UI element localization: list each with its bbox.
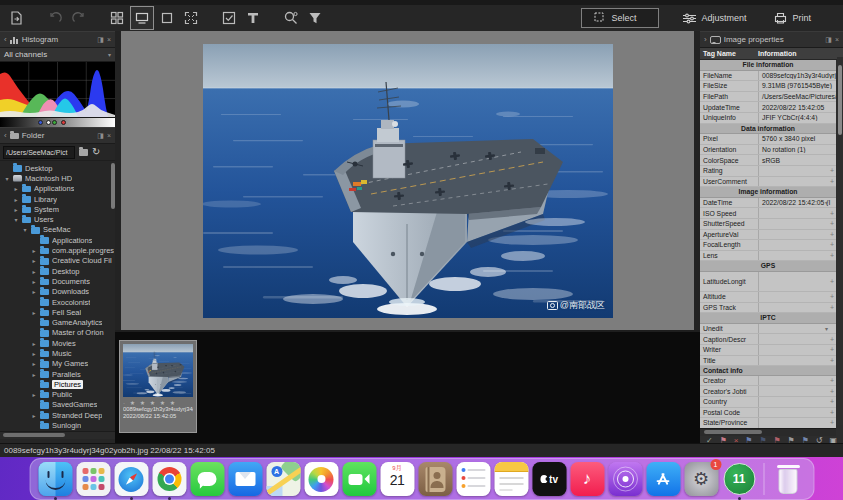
property-row-updatetime[interactable]: UpdateTime2022/08/22 15:42:05 <box>700 102 836 113</box>
channel-selector[interactable]: All channels ▾ <box>0 48 115 62</box>
tree-item-com-apple-progres[interactable]: ▸com.apple.progres <box>0 245 115 255</box>
filmstrip-view-icon[interactable] <box>130 6 154 30</box>
tree-item-desktop[interactable]: Desktop <box>0 163 115 173</box>
dock-chrome-icon[interactable] <box>152 462 186 496</box>
dock-photos-icon[interactable] <box>304 462 338 496</box>
tree-item-downloads[interactable]: ▸Downloads <box>0 287 115 297</box>
dock-calendar-icon[interactable]: 9月21 <box>380 462 414 496</box>
add-value-icon[interactable]: + <box>830 388 834 395</box>
tree-item-exocolonist[interactable]: Exocolonist <box>0 297 115 307</box>
crop-icon[interactable] <box>156 7 178 29</box>
disclosure-icon[interactable]: ▸ <box>31 268 37 275</box>
blue-level-marker[interactable] <box>38 120 43 125</box>
close-panel-icon[interactable]: × <box>835 36 839 43</box>
dock-panel-icon[interactable]: ◨ <box>825 36 832 43</box>
tree-item-creative-cloud-fil[interactable]: ▸Creative Cloud Fil <box>0 256 115 266</box>
property-row-orientation[interactable]: OrientationNo rotation (1) <box>700 145 836 156</box>
dock-reminders-icon[interactable] <box>456 462 490 496</box>
add-value-icon[interactable]: + <box>830 278 834 285</box>
select-button[interactable]: Select <box>581 8 659 28</box>
refresh-icon[interactable]: ↻ <box>92 147 100 157</box>
tree-item-system[interactable]: ▸System <box>0 204 115 214</box>
dock-contacts-icon[interactable] <box>418 462 452 496</box>
disclosure-icon[interactable]: ▸ <box>31 278 37 285</box>
add-value-icon[interactable]: + <box>830 178 834 185</box>
levels-gradient-bar[interactable] <box>0 117 115 127</box>
tree-item-sunlogin[interactable]: Sunlogin <box>0 420 115 430</box>
property-row-lens[interactable]: Lens+ <box>700 251 836 262</box>
tree-item-documents[interactable]: ▸Documents <box>0 276 115 286</box>
disclosure-icon[interactable]: ▸ <box>31 247 37 254</box>
property-row-creator-s-jobti[interactable]: Creator's Jobti+ <box>700 386 836 397</box>
tree-item-my-games[interactable]: ▸My Games <box>0 359 115 369</box>
disclosure-icon[interactable]: ▸ <box>31 309 37 316</box>
dock-panel-icon[interactable]: ◨ <box>97 132 104 139</box>
zoom-settings-icon[interactable] <box>280 7 302 29</box>
disclosure-icon[interactable]: ▾ <box>22 226 28 233</box>
add-value-icon[interactable]: + <box>830 419 834 426</box>
dock-facetime-icon[interactable] <box>342 462 376 496</box>
dropdown-icon[interactable]: ▾ <box>825 199 828 206</box>
property-row-country[interactable]: Country+ <box>700 397 836 408</box>
tree-item-library[interactable]: ▸Library <box>0 194 115 204</box>
property-row-latitudelongit[interactable]: LatitudeLongit+ <box>700 272 836 292</box>
property-row-creator[interactable]: Creator+ <box>700 376 836 387</box>
dock-trash-icon[interactable] <box>771 462 805 496</box>
add-value-icon[interactable]: + <box>830 220 834 227</box>
export-icon[interactable] <box>6 7 28 29</box>
property-row-colorspace[interactable]: ColorSpacesRGB <box>700 155 836 166</box>
properties-horizontal-scrollbar[interactable] <box>700 428 836 436</box>
dock-apple-tv-icon[interactable]: tv <box>532 462 566 496</box>
tree-item-public[interactable]: ▸Public <box>0 390 115 400</box>
property-row-altitude[interactable]: Altitude+ <box>700 292 836 303</box>
dock-music-icon[interactable]: ♪ <box>570 462 604 496</box>
dock-mail-icon[interactable] <box>228 462 262 496</box>
property-row-filename[interactable]: FileName0089sefcgy1h3y3r4udyrj3 <box>700 71 836 82</box>
collapse-left-icon[interactable]: ‹ <box>4 131 7 140</box>
tree-item-master-of-orion[interactable]: Master of Orion <box>0 328 115 338</box>
property-row-rating[interactable]: Rating+ <box>700 166 836 177</box>
disclosure-icon[interactable]: ▸ <box>31 288 37 295</box>
dock-notes-icon[interactable] <box>494 462 528 496</box>
add-value-icon[interactable]: + <box>830 293 834 300</box>
dock-finder-icon[interactable] <box>38 462 72 496</box>
properties-scrollbar[interactable] <box>837 57 843 425</box>
tree-item-music[interactable]: ▸Music <box>0 348 115 358</box>
tree-item-applications[interactable]: Applications <box>0 235 115 245</box>
disclosure-icon[interactable]: ▾ <box>4 175 10 182</box>
add-value-icon[interactable]: + <box>830 377 834 384</box>
folder-path-input[interactable] <box>3 146 75 159</box>
property-row-filesize[interactable]: FileSize9.31MB (9761545Byte) <box>700 81 836 92</box>
tree-item-stranded-deep[interactable]: ▸Stranded Deep <box>0 410 115 420</box>
property-row-filepath[interactable]: FilePath/Users/SeeMac/Pictures/ <box>700 92 836 103</box>
close-panel-icon[interactable]: × <box>107 132 111 139</box>
dock-panel-icon[interactable]: ◨ <box>97 36 104 43</box>
collapse-left-icon[interactable]: ‹ <box>4 35 7 44</box>
tree-item-savedgames[interactable]: SavedGames <box>0 400 115 410</box>
text-tool-icon[interactable] <box>242 7 264 29</box>
dock-maps-icon[interactable]: A <box>266 462 300 496</box>
tree-item-users[interactable]: ▾Users <box>0 214 115 224</box>
tree-item-gameanalytics[interactable]: GameAnalytics <box>0 317 115 327</box>
tree-item-fell-seal[interactable]: ▸Fell Seal <box>0 307 115 317</box>
tree-item-applications[interactable]: ▸Applications <box>0 184 115 194</box>
property-row-uniqueinfo[interactable]: UniqueInfoJFIF YCbCr(4:4:4) <box>700 113 836 124</box>
disclosure-icon[interactable]: ▸ <box>31 340 37 347</box>
white-level-marker[interactable] <box>46 120 51 125</box>
green-level-marker[interactable] <box>52 120 57 125</box>
undo-icon[interactable] <box>44 7 66 29</box>
disclosure-icon[interactable]: ▸ <box>31 360 37 367</box>
disclosure-icon[interactable]: ▸ <box>31 391 37 398</box>
tree-item-parallels[interactable]: ▸Parallels <box>0 369 115 379</box>
dock-podcasts-icon[interactable] <box>608 462 642 496</box>
property-row-datetime[interactable]: DateTime2022/08/22 15:42:05 (I▾ <box>700 198 836 209</box>
property-row-gps-track[interactable]: GPS Track+ <box>700 303 836 314</box>
add-value-icon[interactable]: + <box>830 252 834 259</box>
disclosure-icon[interactable]: ▸ <box>31 371 37 378</box>
tree-item-seemac[interactable]: ▾SeeMac <box>0 225 115 235</box>
property-row-postal-code[interactable]: Postal Code+ <box>700 408 836 419</box>
redo-icon[interactable] <box>68 7 90 29</box>
property-row-title[interactable]: Title+ <box>700 356 836 367</box>
add-value-icon[interactable]: + <box>830 409 834 416</box>
property-row-writer[interactable]: Writer+ <box>700 345 836 356</box>
